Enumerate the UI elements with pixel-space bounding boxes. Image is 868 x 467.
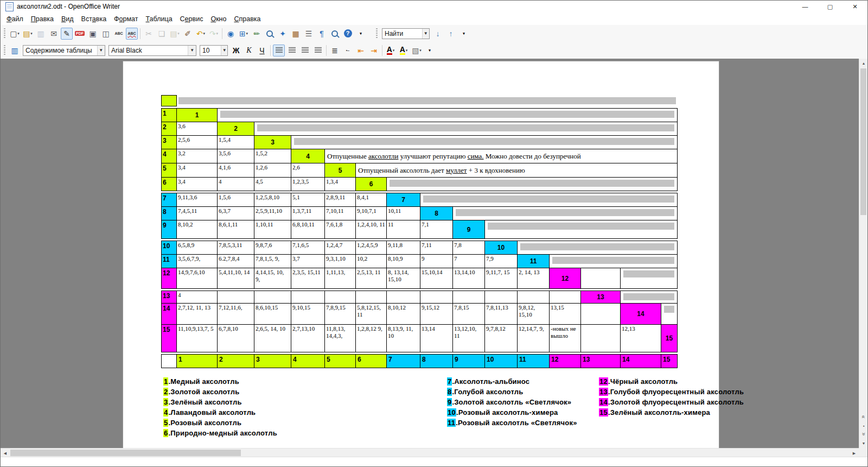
align-center-button[interactable] [286,45,298,56]
styles-panel-button[interactable]: ▥ [9,45,21,56]
align-justify-button[interactable] [312,45,324,56]
nonprinting-characters-icon: ¶ [320,30,324,37]
menu-Справка[interactable]: Справка [230,14,264,24]
menu-Вид[interactable]: Вид [58,14,78,24]
zoom-button[interactable] [329,28,341,40]
toolbar2-overflow[interactable]: ▾ [424,45,436,56]
new-document-button[interactable]: ▢▾ [9,28,21,40]
hyperlink-button[interactable]: ◉ [225,28,237,40]
font-size-combobox[interactable]: ▼ [200,45,228,56]
vertical-scrollbar[interactable]: ▲ « ● « ▼ [859,59,867,448]
menu-Файл[interactable]: Файл [3,14,27,24]
open-button[interactable]: ▤▾ [22,28,34,40]
next-page-button[interactable]: « [859,430,868,439]
find-next-button[interactable]: ↓ [432,28,444,40]
note-text: + 3 к вдохновению [467,166,525,174]
auto-spellcheck-button[interactable]: ABC [126,28,138,40]
paragraph-style-dropdown-icon[interactable]: ▼ [97,46,105,55]
help-button[interactable]: ? [342,28,354,40]
menu-Окно[interactable]: Окно [207,14,230,24]
note-text: улучшают репутацию [398,152,467,160]
find-input[interactable] [382,29,422,39]
document-page[interactable]: 1123,6232,5,61,5,4343,23,5,61,5,24Отпуще… [123,61,719,448]
bullet-list-button[interactable]: •– [342,45,354,56]
navigator-button[interactable]: ✦ [277,28,289,40]
print-button[interactable]: ▣ [87,28,99,40]
font-size-input[interactable] [200,46,221,55]
undo-button[interactable]: ↶▾ [195,28,207,40]
vertical-scrollbar-thumb[interactable] [860,68,866,215]
toolbar-grip[interactable] [376,28,378,39]
menu-Сервис[interactable]: Сервис [176,14,207,24]
paragraph-style-input[interactable] [23,46,97,55]
dropdown-arrow-icon[interactable]: ▾ [419,48,422,53]
dropdown-arrow-icon[interactable]: ▾ [30,31,33,36]
align-right-button[interactable] [299,45,311,56]
font-size-dropdown-icon[interactable]: ▼ [221,46,227,55]
edit-file-button[interactable]: ✎ [61,28,73,40]
matrix-cell: 7,1,6,5 [291,241,325,255]
paragraph-style-combobox[interactable]: ▼ [23,45,105,56]
find-toolbar-overflow[interactable]: ▾ [458,28,470,40]
align-left-button[interactable] [273,45,285,56]
matrix-note-cell: Отпущенный аксолотль дает муллет + 3 к в… [356,163,678,178]
email-button[interactable]: ✉ [48,28,60,40]
font-color-button[interactable]: А▾ [385,45,397,56]
find-combobox[interactable]: ▼ [382,28,430,39]
dropdown-arrow-icon[interactable]: ▾ [177,31,180,36]
nonprinting-characters-button[interactable]: ¶ [316,28,328,40]
gray-bar [552,257,674,264]
toolbar-grip[interactable] [4,45,5,56]
close-button[interactable]: ✕ [843,1,867,12]
scroll-down-icon[interactable]: ▼ [859,439,868,448]
numbered-list-button[interactable]: ≣ [329,45,341,56]
previous-page-button[interactable]: « [859,412,868,421]
dropdown-arrow-icon[interactable]: ▾ [203,31,206,36]
highlighting-button[interactable]: А▾ [398,45,410,56]
underline-button[interactable]: Ч [256,45,268,56]
find-replace-button[interactable] [264,28,276,40]
menu-Вставка[interactable]: Вставка [78,14,110,24]
font-name-dropdown-icon[interactable]: ▼ [188,46,196,55]
dropdown-arrow-icon[interactable]: ▾ [17,31,20,36]
dropdown-arrow-icon[interactable]: ▾ [216,31,219,36]
toolbar1-overflow[interactable]: ▾ [355,28,367,40]
page-preview-button[interactable]: ◫ [100,28,112,40]
navigation-button[interactable]: ● [859,421,868,430]
find-previous-button[interactable]: ↑ [445,28,457,40]
bold-button[interactable]: Ж [230,45,242,56]
minimize-button[interactable]: — [793,1,818,12]
dropdown-arrow-icon[interactable]: ▾ [393,48,395,53]
maximize-button[interactable]: ▢ [818,1,843,12]
matrix-cell: 7,8,15 [453,304,485,325]
draw-functions-button[interactable]: ✏ [251,28,263,40]
dropdown-arrow-icon[interactable]: ▾ [246,31,248,36]
font-name-combobox[interactable]: ▼ [108,45,196,56]
menu-Правка[interactable]: Правка [27,14,58,24]
legend-column-2: 7.Аксолотль-альбинос8.Голубой аксолотль9… [447,376,577,428]
matrix-cell: 2,5,6 [177,136,218,149]
matrix-cell: 8,10,9 [387,255,420,268]
menu-Формат[interactable]: Формат [110,14,142,24]
matrix-bar-cell [254,122,678,136]
increase-indent-button[interactable]: ⇥ [368,45,380,56]
table-button[interactable]: ⊞▾ [238,28,250,40]
background-color-button[interactable]: ▧▾ [411,45,423,56]
italic-button[interactable]: К [243,45,255,56]
scroll-up-icon[interactable]: ▲ [859,59,868,68]
data-sources-button[interactable]: ☰ [303,28,315,40]
horizontal-scrollbar[interactable]: ◀ ▶ [1,448,859,457]
export-pdf-button[interactable]: PDF [74,28,86,40]
dropdown-arrow-icon[interactable]: ▾ [406,48,408,53]
font-name-input[interactable] [109,46,188,55]
menu-Таблица[interactable]: Таблица [142,14,176,24]
horizontal-scrollbar-thumb[interactable] [10,450,241,456]
gallery-button[interactable]: ▦ [290,28,302,40]
toolbar-grip[interactable] [4,28,5,39]
matrix-cell: 1,2,3,5 [291,178,325,191]
find-dropdown-icon[interactable]: ▼ [422,29,429,39]
gray-bar [623,270,674,277]
decrease-indent-button[interactable]: ⇤ [355,45,367,56]
spellcheck-button[interactable]: ABC [113,28,125,40]
format-paintbrush-button[interactable]: ✐ [182,28,194,40]
